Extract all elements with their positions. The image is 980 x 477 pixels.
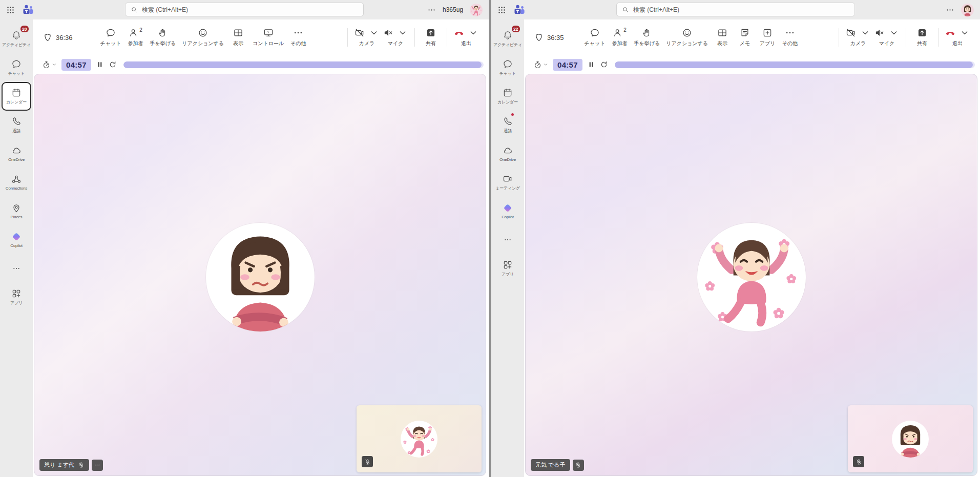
toolbar-view-button[interactable]: 表示 [227, 28, 249, 47]
angry-girl-avatar-image [892, 421, 929, 458]
mic-toggle-button[interactable]: マイク [381, 28, 410, 47]
search-icon [131, 6, 138, 13]
participant-name-row: 怒り ます代 [39, 459, 103, 471]
waffle-menu-button[interactable] [497, 6, 506, 14]
leave-button[interactable]: 退出 [943, 28, 972, 47]
phone-icon [11, 116, 22, 127]
timer-progress-fill [123, 61, 482, 68]
camera-toggle-button[interactable]: カメラ [844, 28, 872, 47]
toolbar-separator [839, 28, 839, 47]
sidebar-item-activity[interactable]: アクティビティ 20 [2, 25, 31, 53]
sidebar-item-calendar[interactable]: カレンダー [2, 82, 31, 111]
sidebar-item-copilot[interactable]: Copilot [2, 225, 31, 254]
toolbar-raise-hand-button[interactable]: 手を挙げる [147, 28, 179, 47]
sidebar-item-chat[interactable]: チャット [493, 53, 523, 82]
smiley-icon [682, 28, 692, 38]
sidebar-item-meetings[interactable]: ミーティング [493, 168, 523, 197]
refresh-icon [109, 60, 117, 69]
timer-progress-bar [615, 61, 975, 68]
timer-menu-button[interactable] [533, 60, 548, 69]
participant-avatar [206, 223, 315, 331]
search-input[interactable] [142, 6, 358, 13]
sidebar-item-copilot[interactable]: Copilot [493, 197, 523, 225]
chevron-down-icon[interactable] [398, 28, 408, 38]
chevron-down-icon[interactable] [468, 28, 478, 38]
pip-mic-muted-badge [853, 456, 864, 467]
toolbar-react-button[interactable]: リアクションする [663, 28, 711, 47]
toolbar-react-button[interactable]: リアクションする [179, 28, 227, 47]
sidebar-more-button[interactable] [493, 225, 523, 254]
sidebar-item-calendar[interactable]: カレンダー [493, 82, 523, 111]
toolbar-separator [414, 28, 415, 47]
self-view-pip[interactable] [357, 405, 482, 472]
camera-toggle-button[interactable]: カメラ [352, 28, 381, 47]
sidebar-item-calls[interactable]: 通話 [493, 111, 523, 139]
pause-button[interactable] [96, 60, 104, 69]
sidebar-item-apps[interactable]: アプリ [493, 254, 523, 283]
sidebar-item-calls[interactable]: 通話 [2, 111, 31, 139]
refresh-icon [600, 60, 608, 69]
chevron-down-icon[interactable] [543, 62, 548, 67]
meeting-stage: 怒り ます代 [34, 74, 486, 476]
sidebar-item-places[interactable]: Places [2, 197, 31, 225]
account-avatar[interactable] [470, 4, 483, 16]
timer-menu-button[interactable] [42, 60, 57, 69]
gallery-view-icon [233, 28, 243, 38]
meeting-stage: 元気 でる子 [525, 74, 977, 476]
waffle-menu-button[interactable] [6, 6, 15, 14]
participant-avatar [697, 223, 806, 331]
chat-icon [106, 28, 116, 38]
toolbar-device-cluster: カメラ マイク 共有 退出 [343, 28, 489, 47]
toolbar-participants-button[interactable]: 2 参加者 [124, 28, 147, 47]
ellipsis-icon [293, 28, 303, 38]
chevron-down-icon[interactable] [960, 28, 970, 38]
toolbar-chat-button[interactable]: チャット [97, 28, 124, 47]
share-button[interactable]: 共有 [911, 28, 933, 47]
sidebar-item-apps[interactable]: アプリ [2, 283, 31, 312]
toolbar-chat-button[interactable]: チャット [581, 28, 609, 47]
restart-button[interactable] [109, 60, 117, 69]
note-icon [740, 28, 750, 38]
account-avatar[interactable] [961, 4, 974, 16]
sidebar-item-onedrive[interactable]: OneDrive [493, 139, 523, 168]
sidebar-item-activity[interactable]: アクティビティ 22 [493, 25, 523, 53]
toolbar-raise-hand-button[interactable]: 手を挙げる [631, 28, 663, 47]
titlebar-left-cluster [497, 0, 526, 19]
participant-more-chip[interactable] [92, 460, 103, 471]
chevron-down-icon[interactable] [889, 28, 899, 38]
toolbar-apps-button[interactable]: アプリ [756, 28, 779, 47]
search-box[interactable] [616, 3, 855, 16]
share-button[interactable]: 共有 [420, 28, 442, 47]
stopwatch-icon [533, 60, 542, 69]
pause-button[interactable] [587, 60, 595, 69]
participant-name: 怒り ます代 [44, 461, 74, 469]
sidebar-item-connections[interactable]: Connections [2, 168, 31, 197]
toolbar-view-button[interactable]: 表示 [711, 28, 734, 47]
titlebar-left-cluster [6, 0, 34, 19]
chevron-down-icon[interactable] [52, 62, 57, 67]
sidebar-item-chat[interactable]: チャット [2, 53, 31, 82]
chevron-down-icon[interactable] [860, 28, 870, 38]
toolbar-control-button[interactable]: コントロール [249, 28, 287, 47]
search-input[interactable] [633, 6, 849, 13]
toolbar-more-button[interactable]: その他 [779, 28, 801, 47]
toolbar-more-button[interactable]: その他 [287, 28, 309, 47]
chevron-down-icon[interactable] [369, 28, 379, 38]
toolbar-participants-button[interactable]: 2 参加者 [608, 28, 631, 47]
search-box[interactable] [125, 3, 364, 16]
toolbar-notes-button[interactable]: メモ [734, 28, 756, 47]
restart-button[interactable] [600, 60, 608, 69]
sidebar-more-button[interactable] [2, 254, 31, 283]
self-view-pip[interactable] [848, 405, 973, 472]
mic-toggle-button[interactable]: マイク [872, 28, 901, 47]
participant-name: 元気 でる子 [535, 461, 566, 469]
leave-button[interactable]: 退出 [452, 28, 481, 47]
sidebar-item-onedrive[interactable]: OneDrive [2, 139, 31, 168]
toolbar-separator [906, 28, 906, 47]
app-titlebar [491, 0, 980, 19]
titlebar-more-button[interactable] [427, 6, 436, 14]
titlebar-more-button[interactable] [946, 6, 954, 14]
app-titlebar: h365ug [0, 0, 489, 19]
meeting-duration: 36:35 [524, 33, 564, 42]
waffle-icon [497, 6, 506, 14]
